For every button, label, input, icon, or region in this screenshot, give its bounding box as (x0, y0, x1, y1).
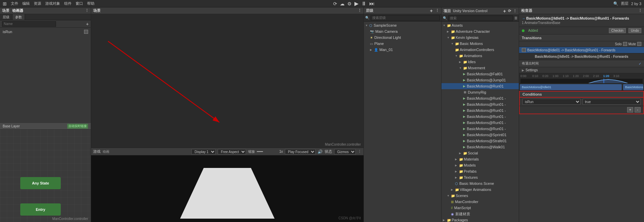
scene-canvas[interactable]: ManController.controller (91, 14, 364, 148)
scene-tab[interactable]: 场景 (2, 8, 9, 13)
hierarchy-add-icon[interactable]: + (430, 8, 433, 14)
inspector-more-icon[interactable]: ⋮ (638, 8, 642, 13)
state-entry[interactable]: Entry (20, 203, 61, 216)
project-item-manscript[interactable]: # ManScript (441, 205, 519, 211)
project-item-run01-f[interactable]: ▶ BasicMotions@Run01 - (441, 120, 519, 126)
project-item-run01[interactable]: ▶ BasicMotions@Run01 (441, 83, 519, 89)
menu-help[interactable]: 帮助 (87, 1, 95, 6)
menu-file[interactable]: 文件 (11, 1, 18, 6)
search-icon[interactable]: 🔍 (613, 1, 618, 6)
gizmos-select[interactable]: Gizmos (334, 149, 356, 154)
undo-button[interactable]: Undo (628, 28, 641, 33)
project-item-animations[interactable]: ▼ 📁 Animations (441, 53, 519, 59)
project-item-run01-d[interactable]: ▶ BasicMotions@Run01 - (441, 107, 519, 114)
project-item-fall01[interactable]: ▶ BasicMotions@Fall01 (441, 71, 519, 77)
pause-button[interactable]: ⏸ (361, 1, 367, 7)
project-filter-icon[interactable]: ☰ (514, 16, 517, 20)
clip-run-block[interactable]: BasicMotions (623, 84, 643, 90)
hierarchy-search-input[interactable] (371, 15, 440, 21)
condition-value-select[interactable]: true (583, 99, 641, 105)
project-item-run01-b[interactable]: ▶ BasicMotions@Run01 - (441, 95, 519, 101)
project-add-icon[interactable]: + (503, 8, 506, 14)
audio-icon[interactable]: 🔊 (318, 149, 323, 154)
project-item-run01-c[interactable]: ▶ BasicMotions@Run01 - (441, 101, 519, 107)
scene-more-icon[interactable]: ⋮ (358, 8, 361, 13)
state-any-state[interactable]: Any State (20, 177, 61, 189)
project-item-newmaterial[interactable]: ◉ 新建材质 (441, 211, 519, 217)
game-canvas[interactable]: CSDN @向宇it (91, 155, 364, 222)
project-item-basicmotions[interactable]: ▼ 📁 Basic Motions (441, 41, 519, 47)
animator-tab[interactable]: 动画器 (12, 8, 23, 13)
collab-icon[interactable]: ☁ (340, 1, 345, 6)
project-item-materials[interactable]: ▶ 📁 Materials (441, 156, 519, 162)
menu-edit[interactable]: 编辑 (22, 1, 30, 6)
layout-dropdown[interactable]: 2 by 3 (631, 2, 641, 6)
project-item-prefabs[interactable]: ▶ 📁 Prefabs (441, 168, 519, 174)
checkin-button[interactable]: Checkin (609, 28, 626, 33)
transition-item-selected[interactable]: BasicMotions@Idle01 -> BasicMotions@Run0… (519, 47, 644, 53)
settings-section[interactable]: ▶ Settings (519, 67, 644, 73)
tab-layers[interactable]: 层级 (0, 14, 12, 20)
animator-add-icon[interactable]: + (86, 21, 89, 27)
project-item-strafe01[interactable]: ▶ BasicMotions@Strafe01 (441, 138, 519, 144)
project-item-jump01[interactable]: ▶ BasicMotions@Jump01 (441, 77, 519, 83)
project-item-mancontroller[interactable]: ⊞ ManController (441, 199, 519, 205)
hierarchy-item-samplescene[interactable]: ▼ ⬡ SampleScene (364, 22, 441, 28)
animator-canvas[interactable]: Any State Entry BasicMotions@Idle01 Basi… (0, 130, 91, 222)
project-item-social[interactable]: ▶ 📁 Social (441, 150, 519, 156)
project-item-basicmotions-scene[interactable]: ⬡ Basic Motions Scene (441, 180, 519, 187)
project-item-textures[interactable]: ▶ 📁 Textures (441, 174, 519, 180)
project-item-scenes[interactable]: ▼ 📁 Scenes (441, 193, 519, 199)
run01c-label: BasicMotions@Run01 - (467, 102, 506, 106)
step-button[interactable]: ⏭ (369, 1, 375, 7)
display-select[interactable]: Display 1 (191, 149, 216, 154)
condition-add-button[interactable]: + (627, 107, 633, 113)
project-sync-icon[interactable]: ⟳ (508, 9, 511, 13)
project-item-sprint01[interactable]: ▶ BasicMotions@Sprint01 (441, 132, 519, 138)
zoom-slider[interactable]: ━━━ (257, 150, 277, 153)
hierarchy-item-man01[interactable]: ▶ 👤 Man_01 (364, 47, 441, 53)
project-item-idles[interactable]: ▶ 📁 Idles (441, 59, 519, 65)
layers-label[interactable]: 图层 (621, 1, 628, 6)
project-item-dummyrig[interactable]: ⊞ DummyRig (441, 89, 519, 95)
hierarchy-item-directionallight[interactable]: ☀ Directional Light (364, 34, 441, 41)
menu-component[interactable]: 组件 (64, 1, 72, 6)
transition-selected-checkbox[interactable] (522, 48, 526, 52)
animator-search-input[interactable] (2, 21, 56, 27)
hierarchy-item-maincamera[interactable]: 📷 Main Camera (364, 28, 441, 34)
menu-assets[interactable]: 资源 (34, 1, 41, 6)
project-more-icon[interactable]: ⋮ (513, 9, 517, 13)
play-button[interactable]: ▶ (354, 0, 358, 7)
tick-100: 1:00 (553, 74, 563, 78)
condition-param-select[interactable]: isRun (522, 99, 581, 105)
animator-more-icon[interactable]: ⋮ (85, 8, 89, 13)
project-item-kevin[interactable]: ▼ 📁 Kevin Iglesias (441, 34, 519, 41)
play-focused-select[interactable]: Play Focused (285, 149, 316, 154)
aspect-select[interactable]: Free Aspect (218, 149, 246, 154)
hierarchy-item-plane[interactable]: ▭ Plane (364, 41, 441, 47)
condition-remove-button[interactable]: - (635, 107, 641, 113)
project-item-run01-e[interactable]: ▶ BasicMotions@Run01 - (441, 114, 519, 120)
project-search-input[interactable] (448, 16, 513, 21)
project-item-movement[interactable]: ▼ 📁 Movement (441, 65, 519, 71)
project-item-packages[interactable]: ▶ 📁 Packages (441, 217, 519, 222)
timeline-marker[interactable] (603, 79, 604, 83)
menu-gameobject[interactable]: 游戏对象 (45, 1, 60, 6)
mute-checkbox[interactable] (637, 42, 641, 46)
settings-icon[interactable]: ⚙ (347, 1, 352, 6)
more-icon[interactable]: ⋮ (358, 149, 361, 154)
project-item-villager[interactable]: ▶ 📁 Villager Animations (441, 187, 519, 193)
project-item-models[interactable]: ▶ 📁 Models (441, 162, 519, 168)
history-icon[interactable]: ⟳ (333, 1, 337, 6)
tab-params[interactable]: 参数 (12, 14, 25, 20)
clip-idle-block[interactable]: BasicMotions@Idle01 (520, 84, 622, 90)
project-item-animcontrollers[interactable]: 📁 AnimationControllers (441, 47, 519, 53)
param-isrun-checkbox[interactable] (84, 30, 88, 34)
project-item-run01-g[interactable]: ▶ BasicMotions@Run01 - (441, 126, 519, 132)
solo-checkbox[interactable] (623, 42, 627, 46)
project-item-assets[interactable]: ▼ 📁 Assets (441, 22, 519, 28)
hierarchy-more-icon[interactable]: ⋮ (435, 8, 439, 13)
project-item-adventure[interactable]: ▶ 📁 Adventure Character (441, 28, 519, 34)
menu-window[interactable]: 窗口 (76, 1, 83, 6)
project-item-walk01[interactable]: ▶ BasicMotions@Walk01 (441, 144, 519, 150)
